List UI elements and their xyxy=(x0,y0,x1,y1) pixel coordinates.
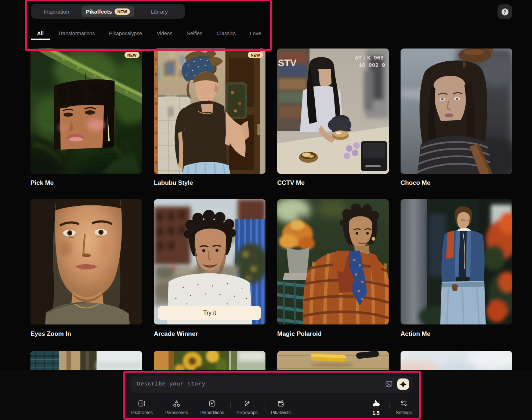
svg-text:AT⋮K 969: AT⋮K 969 xyxy=(355,55,384,61)
svg-text:16 902 0: 16 902 0 xyxy=(359,62,385,69)
svg-text:STV: STV xyxy=(278,57,297,68)
